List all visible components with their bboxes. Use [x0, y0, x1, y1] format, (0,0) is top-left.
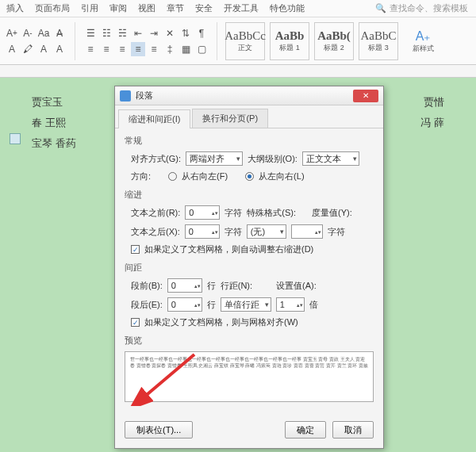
new-style-label: 新样式 — [413, 44, 434, 54]
font-shrink-icon[interactable]: A- — [21, 26, 35, 40]
style-preview: AaBb( — [317, 29, 351, 43]
search-placeholder: 查找命令、搜索模板 — [390, 2, 468, 14]
set-value-spin[interactable]: 1 — [276, 297, 305, 312]
dialog-title: 段落 — [136, 90, 153, 102]
tab-line-page-breaks[interactable]: 换行和分页(P) — [192, 109, 268, 128]
style-label: 标题 2 — [324, 43, 344, 53]
dialog-app-icon — [120, 90, 131, 102]
doc-text-line: 贾惜 — [424, 92, 444, 113]
line-spacing-combo[interactable]: 单倍行距 — [221, 297, 271, 312]
space-before-spin[interactable]: 0 — [167, 278, 202, 293]
bullets-icon[interactable]: ☰ — [83, 26, 98, 40]
style-preview: AaBb — [275, 29, 305, 43]
rtl-label: 从右向左(F) — [182, 170, 228, 182]
tab-review[interactable]: 审阅 — [109, 2, 127, 14]
decrease-indent-icon[interactable]: ⇤ — [131, 26, 145, 40]
doc-text-line: 贾宝玉 — [32, 96, 63, 108]
text-tools-icon[interactable]: ✕ — [163, 26, 177, 40]
style-label: 标题 1 — [279, 43, 300, 53]
indent-before-spin[interactable]: 0 — [185, 205, 220, 220]
numbering-icon[interactable]: ☷ — [99, 26, 113, 40]
measure-spin[interactable] — [291, 224, 323, 239]
tab-indent-spacing[interactable]: 缩进和间距(I) — [118, 109, 190, 128]
auto-adjust-label: 如果定义了文档网格，则自动调整右缩进(D) — [144, 243, 313, 255]
cancel-button[interactable]: 取消 — [332, 421, 374, 439]
auto-adjust-check[interactable] — [131, 245, 140, 254]
style-heading2[interactable]: AaBb( 标题 2 — [314, 22, 354, 60]
indent-before-label: 文本之前(R): — [131, 207, 180, 219]
section-general: 常规 — [125, 135, 374, 147]
align-right-icon[interactable]: ≡ — [115, 42, 129, 56]
show-marks-icon[interactable]: ¶ — [194, 26, 209, 40]
rtl-radio[interactable] — [168, 172, 177, 181]
tab-page-layout[interactable]: 页面布局 — [35, 2, 70, 14]
thumbnail-icon[interactable] — [10, 133, 21, 144]
increase-indent-icon[interactable]: ⇥ — [147, 26, 161, 40]
align-label: 对齐方式(G): — [131, 153, 181, 165]
align-center-icon[interactable]: ≡ — [99, 42, 113, 56]
ltr-radio[interactable] — [245, 172, 254, 181]
special-combo[interactable]: (无) — [247, 224, 286, 239]
line-spacing-icon[interactable]: ‡ — [163, 42, 177, 56]
dialog-titlebar[interactable]: 段落 ✕ — [115, 86, 383, 105]
style-preview: AaBbC — [361, 29, 397, 43]
font-grow-icon[interactable]: A+ — [5, 26, 19, 40]
search-box[interactable]: 🔍 查找命令、搜索模板 — [375, 2, 468, 14]
style-heading1[interactable]: AaBb 标题 1 — [270, 22, 309, 60]
distribute-icon[interactable]: ≡ — [147, 42, 161, 56]
section-indent: 缩进 — [125, 189, 374, 201]
space-after-spin[interactable]: 0 — [167, 297, 202, 312]
space-after-unit: 行 — [207, 299, 216, 311]
tab-special[interactable]: 特色功能 — [270, 2, 305, 14]
grid-align-check[interactable] — [131, 318, 140, 327]
set-value-label: 设置值(A): — [276, 280, 317, 292]
new-style-button[interactable]: A₊ 新样式 — [403, 22, 443, 60]
multilevel-icon[interactable]: ☵ — [115, 26, 129, 40]
ok-button[interactable]: 确定 — [285, 421, 326, 439]
font-color-icon[interactable]: A — [5, 42, 19, 56]
indent-after-label: 文本之后(X): — [131, 226, 180, 238]
tab-security[interactable]: 安全 — [195, 2, 213, 14]
tabs-button[interactable]: 制表位(T)... — [125, 421, 193, 439]
search-icon: 🔍 — [375, 3, 386, 13]
style-label: 正文 — [238, 43, 252, 53]
indent-after-spin[interactable]: 0 — [185, 224, 220, 239]
shading-icon[interactable]: ▦ — [178, 42, 193, 56]
tab-insert[interactable]: 插入 — [6, 2, 24, 14]
new-style-icon: A₊ — [416, 29, 431, 44]
section-spacing: 间距 — [125, 262, 374, 274]
space-after-label: 段后(E): — [131, 299, 163, 311]
style-preview: AaBbCc — [225, 29, 266, 43]
close-button[interactable]: ✕ — [353, 90, 378, 102]
outline-label: 大纲级别(O): — [248, 153, 298, 165]
space-before-unit: 行 — [207, 280, 216, 292]
sort-icon[interactable]: ⇅ — [178, 26, 193, 40]
highlight-icon[interactable]: 🖍 — [21, 42, 35, 56]
style-label: 标题 3 — [368, 43, 389, 53]
measure-unit: 字符 — [328, 226, 345, 238]
special-label: 特殊格式(S): — [247, 207, 296, 219]
align-combo[interactable]: 两端对齐 — [186, 151, 243, 166]
char-shading-icon[interactable]: A — [36, 42, 51, 56]
tab-references[interactable]: 引用 — [81, 2, 98, 14]
tab-view[interactable]: 视图 — [138, 2, 155, 14]
grid-align-label: 如果定义了文档网格，则与网格对齐(W) — [144, 316, 298, 328]
indent-before-unit: 字符 — [225, 207, 242, 219]
tab-chapter[interactable]: 章节 — [167, 2, 184, 14]
indent-after-unit: 字符 — [225, 226, 242, 238]
char-border-icon[interactable]: A — [52, 42, 67, 56]
outline-combo[interactable]: 正文文本 — [302, 151, 359, 166]
style-normal[interactable]: AaBbCc 正文 — [225, 22, 265, 60]
tab-developer[interactable]: 开发工具 — [224, 2, 259, 14]
style-heading3[interactable]: AaBbC 标题 3 — [359, 22, 398, 60]
change-case-icon[interactable]: Aa — [36, 26, 51, 40]
paragraph-dialog: 段落 ✕ 缩进和间距(I) 换行和分页(P) 常规 对齐方式(G): 两端对齐 … — [114, 86, 384, 449]
ruler[interactable] — [0, 65, 476, 78]
justify-icon[interactable]: ≡ — [131, 42, 145, 56]
space-before-label: 段前(B): — [131, 280, 163, 292]
clear-format-icon[interactable]: A̶ — [52, 26, 67, 40]
section-preview: 预览 — [125, 335, 374, 347]
borders-icon[interactable]: ▢ — [194, 42, 209, 56]
align-left-icon[interactable]: ≡ — [83, 42, 98, 56]
doc-text-line: 春 王熙 — [32, 117, 66, 128]
